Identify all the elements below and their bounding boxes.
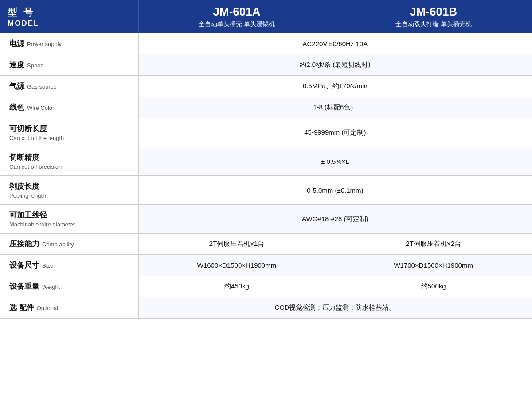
value-cell-shared: AWG#18-#28 (可定制) — [138, 205, 532, 234]
label-zh: 速度 — [9, 61, 24, 69]
label-cell: 设备尺寸Size — [0, 255, 139, 276]
label-zh: 压接能力 — [9, 240, 39, 248]
label-zh: 气源 — [9, 82, 24, 90]
label-en: Can cut off precision — [9, 163, 129, 170]
label-en: Power supply — [27, 41, 62, 47]
product-b-name: JM-601B — [342, 5, 524, 19]
value-cell-shared: AC220V 50/60Hz 10A — [138, 33, 532, 54]
table-row: 线色Wire Color1-8 (标配6色） — [0, 97, 532, 118]
value-cell-shared: ± 0.5%×L — [138, 147, 532, 176]
model-label-zh: 型 号 — [8, 6, 131, 19]
label-en: Size — [42, 262, 53, 269]
label-cell: 线色Wire Color — [0, 97, 139, 118]
table-row: 设备尺寸SizeW1600×D1500×H1900mmW1700×D1500×H… — [0, 255, 532, 276]
value-cell-shared: 0.5MPa、约170N/min — [138, 76, 532, 97]
label-zh: 线色 — [9, 103, 24, 112]
table-row: 速度Speed约2.0秒/条 (最短切线时) — [0, 54, 532, 76]
label-en: Wire Color — [27, 105, 54, 111]
table-row: 可切断长度Can cut off the length45-9999mm (可定… — [0, 118, 532, 147]
product-b-header: JM-601B 全自动双头打端 单头插壳机 — [335, 0, 532, 33]
label-en: Weight — [42, 284, 60, 290]
value-cell-a: 约450kg — [138, 276, 335, 297]
value-cell-shared: 约2.0秒/条 (最短切线时) — [138, 54, 532, 76]
table-row: 可加工线径Machinable wire diameterAWG#18-#28 … — [0, 205, 532, 234]
label-zh: 剥皮长度 — [9, 182, 39, 191]
value-cell-b: 2T伺服压着机×2台 — [335, 234, 532, 255]
label-cell: 速度Speed — [0, 54, 139, 76]
value-cell-shared: 1-8 (标配6色） — [138, 97, 532, 118]
product-a-name: JM-601A — [146, 5, 328, 19]
value-cell-b: 约500kg — [335, 276, 532, 297]
label-zh: 设备尺寸 — [9, 261, 39, 269]
label-cell: 可切断长度Can cut off the length — [0, 118, 139, 147]
label-cell: 电源Power supply — [0, 33, 139, 54]
label-en: Machinable wire diameter — [9, 221, 129, 228]
label-cell: 可加工线径Machinable wire diameter — [0, 205, 139, 234]
label-cell: 设备重量Weight — [0, 276, 139, 297]
label-en: Speed — [27, 62, 44, 69]
table-row: 电源Power supplyAC220V 50/60Hz 10A — [0, 33, 532, 54]
label-zh: 可加工线径 — [9, 211, 47, 219]
label-cell: 压接能力Crimp ability — [0, 234, 139, 255]
label-en: Peeling length — [9, 192, 129, 199]
model-label-en: MODEL — [8, 19, 131, 28]
table-row: 压接能力Crimp ability2T伺服压着机×1台2T伺服压着机×2台 — [0, 234, 532, 255]
label-en: Crimp ability — [42, 241, 74, 248]
label-zh: 电源 — [9, 39, 24, 48]
label-zh: 切断精度 — [9, 153, 39, 162]
model-cell: 型 号 MODEL — [0, 0, 139, 33]
table-row: 设备重量Weight约450kg约500kg — [0, 276, 532, 297]
label-en: Can cut off the length — [9, 135, 129, 141]
value-cell-a: W1600×D1500×H1900mm — [138, 255, 335, 276]
product-a-header: JM-601A 全自动单头插壳 单头浸锡机 — [138, 0, 335, 33]
label-zh: 可切断长度 — [9, 125, 47, 133]
label-cell: 气源Gas source — [0, 76, 139, 97]
label-zh: 设备重量 — [9, 282, 39, 291]
table-row: 剥皮长度Peeling length0-5.0mm (±0.1mm) — [0, 176, 532, 205]
value-cell-b: W1700×D1500×H1900mm — [335, 255, 532, 276]
value-cell-shared: 45-9999mm (可定制) — [138, 118, 532, 147]
label-cell: 剥皮长度Peeling length — [0, 176, 139, 205]
label-en: Gas source — [27, 83, 56, 90]
table-row: 气源Gas source0.5MPa、约170N/min — [0, 76, 532, 97]
header-row: 型 号 MODEL JM-601A 全自动单头插壳 单头浸锡机 JM-601B … — [0, 0, 532, 33]
value-cell-shared: CCD视觉检测；压力监测；防水栓基站。 — [138, 297, 532, 319]
product-a-desc: 全自动单头插壳 单头浸锡机 — [146, 20, 328, 28]
table-row: 选 配件OptionalCCD视觉检测；压力监测；防水栓基站。 — [0, 297, 532, 319]
label-en: Optional — [37, 305, 58, 311]
label-cell: 切断精度Can cut off precision — [0, 147, 139, 176]
value-cell-shared: 0-5.0mm (±0.1mm) — [138, 176, 532, 205]
product-b-desc: 全自动双头打端 单头插壳机 — [342, 20, 524, 28]
table-row: 切断精度Can cut off precision± 0.5%×L — [0, 147, 532, 176]
label-zh: 选 配件 — [9, 304, 34, 312]
label-cell: 选 配件Optional — [0, 297, 139, 319]
value-cell-a: 2T伺服压着机×1台 — [138, 234, 335, 255]
spec-table: 型 号 MODEL JM-601A 全自动单头插壳 单头浸锡机 JM-601B … — [0, 0, 532, 319]
